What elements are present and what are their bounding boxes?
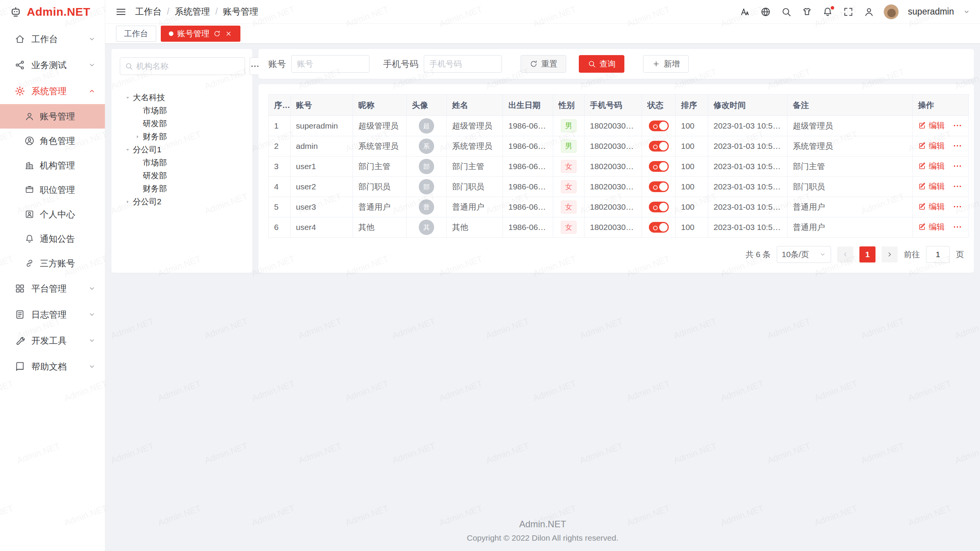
globe-icon[interactable] bbox=[760, 7, 771, 17]
chevron-down-icon[interactable] bbox=[963, 8, 970, 15]
cell-account: user4 bbox=[291, 217, 353, 238]
status-toggle[interactable] bbox=[649, 222, 669, 233]
cell-nickname: 部门主管 bbox=[353, 156, 407, 177]
edit-button[interactable]: 编辑 bbox=[918, 161, 945, 171]
username[interactable]: superadmin bbox=[908, 7, 954, 17]
cell-birth: 1986-06-28 bbox=[503, 177, 553, 197]
more-actions-button[interactable] bbox=[952, 161, 962, 171]
goto-page-input[interactable] bbox=[926, 246, 950, 263]
status-toggle[interactable] bbox=[649, 181, 669, 192]
status-toggle[interactable] bbox=[649, 202, 669, 212]
reset-button[interactable]: 重置 bbox=[521, 55, 566, 73]
table-row: 6user4其他其其他1986-06-28女180200307201002023… bbox=[269, 217, 969, 238]
row-actions: 编辑 bbox=[918, 140, 962, 151]
tree-node[interactable]: 市场部 bbox=[120, 104, 244, 117]
sidebar-item-platform-mgmt[interactable]: 平台管理 bbox=[0, 276, 105, 302]
edit-label: 编辑 bbox=[929, 181, 945, 192]
sidebar-subitem-org-mgmt[interactable]: 机构管理 bbox=[0, 153, 105, 178]
tree-node-label: 市场部 bbox=[143, 105, 167, 116]
sidebar-subitem-role-mgmt[interactable]: 角色管理 bbox=[0, 129, 105, 153]
font-size-icon[interactable] bbox=[740, 7, 750, 17]
gear-icon bbox=[15, 86, 25, 96]
chevron-down-icon bbox=[88, 285, 96, 292]
tree-node[interactable]: 分公司2 bbox=[120, 195, 244, 208]
sidebar-subitem-notice[interactable]: 通知公告 bbox=[0, 227, 105, 251]
prev-page-button[interactable] bbox=[837, 246, 853, 262]
role-icon bbox=[24, 136, 34, 146]
sidebar-subitem-label: 三方账号 bbox=[40, 258, 75, 269]
sidebar-subitem-position-mgmt[interactable]: 职位管理 bbox=[0, 178, 105, 202]
bell-icon[interactable] bbox=[822, 7, 833, 17]
breadcrumb-item[interactable]: 工作台 bbox=[135, 6, 162, 18]
edit-button[interactable]: 编辑 bbox=[918, 222, 945, 232]
more-actions-button[interactable] bbox=[952, 202, 962, 212]
account-input[interactable] bbox=[291, 55, 369, 73]
sidebar-item-help-docs[interactable]: 帮助文档 bbox=[0, 354, 105, 380]
sidebar-item-system-mgmt[interactable]: 系统管理 bbox=[0, 78, 105, 104]
edit-button[interactable]: 编辑 bbox=[918, 201, 945, 212]
page-size-select[interactable]: 10条/页 bbox=[777, 246, 831, 263]
tree-node[interactable]: 财务部 bbox=[120, 130, 244, 143]
page-unit-label: 页 bbox=[956, 249, 964, 260]
sidebar-item-dev-tools[interactable]: 开发工具 bbox=[0, 328, 105, 354]
tree-node[interactable]: 分公司1 bbox=[120, 143, 244, 156]
theme-icon[interactable] bbox=[802, 7, 812, 17]
more-actions-button[interactable] bbox=[952, 222, 962, 232]
breadcrumb-item[interactable]: 系统管理 bbox=[175, 6, 210, 18]
sidebar-subitem-third-party-account[interactable]: 三方账号 bbox=[0, 251, 105, 276]
org-search-input[interactable] bbox=[136, 62, 240, 71]
caret-right-icon[interactable] bbox=[132, 133, 143, 140]
user-icon[interactable] bbox=[864, 7, 874, 17]
page-size-value: 10条/页 bbox=[782, 249, 809, 260]
column-header: 状态 bbox=[642, 95, 676, 116]
page-number-button[interactable]: 1 bbox=[859, 246, 875, 262]
add-button[interactable]: 新增 bbox=[643, 55, 689, 73]
user-table: 序号账号昵称头像姓名出生日期性别手机号码状态排序修改时间备注操作1superad… bbox=[268, 94, 969, 238]
row-avatar: 系 bbox=[419, 139, 434, 154]
more-actions-button[interactable] bbox=[952, 181, 962, 191]
edit-button[interactable]: 编辑 bbox=[918, 181, 945, 192]
edit-button[interactable]: 编辑 bbox=[918, 140, 945, 151]
tab-workbench[interactable]: 工作台 bbox=[116, 26, 156, 42]
tree-node[interactable]: 财务部 bbox=[120, 182, 244, 195]
topbar-actions: superadmin bbox=[740, 4, 970, 20]
sidebar-item-business-test[interactable]: 业务测试 bbox=[0, 52, 105, 78]
org-panel: 大名科技市场部研发部财务部分公司1市场部研发部财务部分公司2 bbox=[111, 49, 252, 273]
sidebar-subitem-account-mgmt[interactable]: 账号管理 bbox=[0, 104, 105, 129]
sidebar-subitem-label: 个人中心 bbox=[40, 209, 75, 220]
tab-account-mgmt[interactable]: 账号管理 bbox=[161, 26, 240, 42]
sidebar-subitem-personal-center[interactable]: 个人中心 bbox=[0, 202, 105, 227]
brand-logo[interactable]: Admin.NET bbox=[0, 0, 105, 24]
caret-down-icon[interactable] bbox=[122, 146, 133, 153]
cell-avatar: 部 bbox=[407, 156, 447, 177]
status-toggle[interactable] bbox=[649, 121, 669, 131]
fullscreen-icon[interactable] bbox=[843, 7, 854, 17]
caret-right-icon[interactable] bbox=[122, 198, 133, 205]
cell-gender: 女 bbox=[553, 156, 585, 177]
close-icon[interactable] bbox=[225, 30, 232, 37]
edit-button[interactable]: 编辑 bbox=[918, 120, 945, 131]
tree-node-label: 分公司1 bbox=[133, 144, 162, 155]
phone-input[interactable] bbox=[424, 55, 502, 73]
caret-down-icon[interactable] bbox=[122, 94, 133, 101]
menu-icon[interactable] bbox=[115, 6, 127, 18]
sidebar-item-workbench[interactable]: 工作台 bbox=[0, 26, 105, 52]
org-search-box bbox=[120, 57, 245, 75]
tree-node[interactable]: 市场部 bbox=[120, 156, 244, 169]
sidebar-item-log-mgmt[interactable]: 日志管理 bbox=[0, 302, 105, 328]
table-row: 4user2部门职员部部门职员1986-06-28女18020030720100… bbox=[269, 177, 969, 197]
tree-node[interactable]: 研发部 bbox=[120, 169, 244, 182]
user-avatar[interactable] bbox=[884, 4, 899, 20]
next-page-button[interactable] bbox=[882, 246, 898, 262]
more-actions-button[interactable] bbox=[952, 141, 962, 151]
profile-icon bbox=[24, 209, 34, 219]
refresh-icon[interactable] bbox=[213, 30, 221, 37]
tree-node[interactable]: 大名科技 bbox=[120, 91, 244, 104]
search-icon[interactable] bbox=[781, 7, 792, 17]
tree-node[interactable]: 研发部 bbox=[120, 117, 244, 130]
status-toggle[interactable] bbox=[649, 141, 669, 152]
more-actions-button[interactable] bbox=[952, 121, 962, 130]
search-button[interactable]: 查询 bbox=[579, 55, 624, 73]
status-toggle[interactable] bbox=[649, 161, 669, 172]
breadcrumb-item[interactable]: 账号管理 bbox=[223, 6, 258, 18]
